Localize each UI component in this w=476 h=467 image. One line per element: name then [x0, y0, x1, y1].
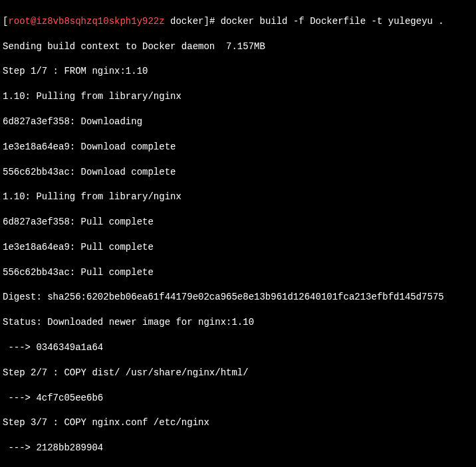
output-line: Status: Downloaded newer image for nginx…: [3, 316, 473, 329]
output-line: 556c62bb43ac: Pull complete: [3, 266, 473, 279]
output-line: ---> 4cf7c05ee6b6: [3, 392, 473, 405]
output-line: 6d827a3ef358: Pull complete: [3, 216, 473, 229]
output-line: ---> 2128bb289904: [3, 442, 473, 454]
output-line: 6d827a3ef358: Downloading: [3, 116, 473, 128]
output-line: 1e3e18a64ea9: Pull complete: [3, 241, 473, 254]
output-line: 556c62bb43ac: Download complete: [3, 166, 473, 179]
output-line: 1.10: Pulling from library/nginx: [3, 191, 473, 203]
output-line: Sending build context to Docker daemon 7…: [3, 41, 473, 53]
output-line: ---> 0346349a1a64: [3, 341, 473, 354]
output-line: Step 1/7 : FROM nginx:1.10: [3, 65, 473, 78]
prompt-line-1: [root@iz8vb8sqhzq10skph1y922z docker]# d…: [3, 15, 473, 28]
prompt-bracket-close: ]#: [203, 16, 220, 27]
output-line: Step 2/7 : COPY dist/ /usr/share/nginx/h…: [3, 367, 473, 379]
command-text: docker build -f Dockerfile -t yulegeyu .: [221, 16, 444, 27]
output-line: Digest: sha256:6202beb06ea61f44179e02ca9…: [3, 291, 473, 304]
prompt-space: [165, 16, 170, 27]
terminal-output[interactable]: [root@iz8vb8sqhzq10skph1y922z docker]# d…: [3, 3, 473, 467]
prompt-user-host: root@iz8vb8sqhzq10skph1y922z: [8, 16, 164, 27]
output-line: 1e3e18a64ea9: Download complete: [3, 141, 473, 153]
output-line: Step 3/7 : COPY nginx.conf /etc/nginx: [3, 417, 473, 429]
output-line: 1.10: Pulling from library/nginx: [3, 90, 473, 103]
prompt-dir: docker: [170, 16, 203, 27]
